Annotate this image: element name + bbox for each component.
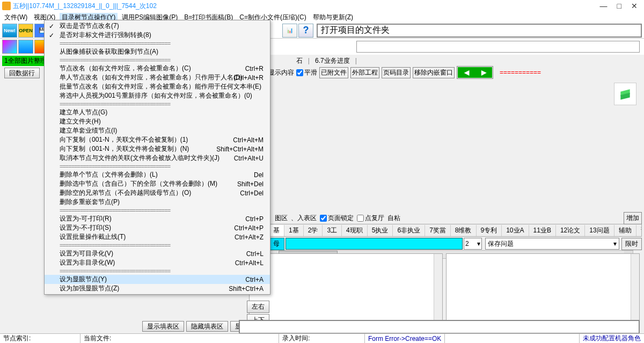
cat-tab-11[interactable]: 11业B [529,225,556,236]
mi-copy-down-file[interactable]: 向下复制（001-N，关联文件将会被复制）(N)Shift+Ctrl+Alt+M [45,144,270,154]
cat-tab-0[interactable]: 基 [269,225,284,236]
red-indicator: =========== [500,69,541,76]
cat-tab-6[interactable]: 6非执业 [393,225,425,236]
hide-fill-button[interactable]: 隐藏填表区 [186,321,228,332]
mi-delete-selected[interactable]: 删除选中节点（含自己）下的全部（文件将会删除）(M)Shift+Del [45,179,270,188]
limit-button[interactable]: 限时 [621,238,642,250]
mi-delete-empty[interactable]: 删除空的兄弟节点（不会跨越同级母节点）(O)Ctrl+Del [45,188,270,198]
opt-pages[interactable]: 页码目录 [382,67,411,78]
tab-progress[interactable]: 6.7业务进度 [313,56,352,66]
display-label: 显示内容 [268,68,294,77]
bottom-field[interactable] [239,320,640,334]
mi-create-perf[interactable]: 建立单套业绩节点(I) [45,126,270,135]
cat-tab-10[interactable]: 10业A [502,225,529,236]
lr-button[interactable]: 左右 [247,301,269,313]
cat-tab-8[interactable]: 8维教 [451,225,477,236]
mi-capture-image[interactable]: 从图像捕获设备获取图像到节点(A) [45,47,270,56]
tool-a-icon[interactable] [2,40,17,54]
show-fill-button[interactable]: 显示填表区 [142,321,184,332]
tab-all-images[interactable]: 1全部图片整理 [2,56,49,66]
category-tabs: 基 1基 2学 3工 4现职 5执业 6非执业 7奖當 8维教 9专利 10业A… [268,224,642,237]
v-scrollbar[interactable] [434,254,442,322]
close-button[interactable]: ✕ [631,2,638,10]
opt-pagelock[interactable]: 页面锁定 [320,214,354,223]
cat-tab-5[interactable]: 5执业 [368,225,393,236]
mi-delete-single[interactable]: 删除单个节点（文件将会删除）(L)Del [45,170,270,179]
mi-set-nonprint[interactable]: 设置为-不-打印(S)Ctrl+Alt+P [45,223,270,232]
chevron-down-icon: ▾ [613,240,617,247]
mi-dblclick-rename[interactable]: ✓双击是否节点改名(7) [45,21,270,31]
cyan-input-row: 母 2▾ 保存问题▾ 限时 [268,237,642,251]
pane-left[interactable] [249,253,443,322]
display-options: 显示内容 平滑 已附文件 外部工程 页码目录 移除内嵌窗口 ◀ ▶ ======… [268,66,541,79]
v-scrollbar[interactable] [631,254,639,322]
count-select[interactable]: 2▾ [464,238,482,250]
mi-highlight-node[interactable]: 设为显眼节点(Y)Ctrl+A [45,275,270,284]
mi-create-folder[interactable]: 建立文件夹(H) [45,117,270,126]
cat-tab-1[interactable]: 1基 [284,225,304,236]
mi-unlink-file[interactable]: 取消本节点与文件的关联(文件将会被放入临时文件夹)(J)Ctrl+Alt+U [45,154,270,163]
chevron-down-icon: ▾ [477,240,480,247]
cat-tab-9[interactable]: 9专利 [477,225,502,236]
mi-resort-001[interactable]: 将选中人员视为001号重新排序（如有文件对应，将会被重命名）(0) [45,91,270,100]
menu-sep: ====================================== [45,100,270,108]
cyan-label: 母 [268,238,284,250]
cat-tab-2[interactable]: 2学 [304,225,323,236]
minimize-button[interactable]: — [600,2,608,10]
title-bar: 五秒||107.74M_|_132829184_||_0_|||_7544_次1… [0,0,644,12]
new-button[interactable]: New! [2,24,17,38]
question-select[interactable]: 保存问题▾ [485,238,619,250]
mi-set-indexable[interactable]: 设置为可目录化(V)Ctrl+L [45,249,270,258]
log-field[interactable] [356,41,640,53]
cat-tab-3[interactable]: 3工 [323,225,342,236]
cat-tab-14[interactable]: 辅助 [614,225,636,236]
return-data-button[interactable]: 回数据行 [4,68,40,78]
smooth-chk[interactable]: 平滑 [296,68,317,77]
mi-rename-person[interactable]: 单人节点改名（如有文件对应，将会被重命名）只作用于人名(D)Ctrl+Alt+R [45,73,270,82]
opt-remove-embed[interactable]: 移除内嵌窗口 [413,67,455,78]
tool-b-icon[interactable] [18,40,33,54]
check-icon: ✓ [49,23,54,30]
check-icon: ✓ [49,32,54,39]
pane-right[interactable] [446,253,640,322]
help-icon[interactable]: ? [298,24,313,38]
opt-external[interactable]: 外部工程 [350,67,379,78]
menu-help[interactable]: 帮助与更新(Z) [311,13,355,22]
opt-tablearea[interactable]: 、入表区 [291,214,317,223]
opt-imgarea[interactable]: 、图区 [268,214,288,223]
status-file: 当前文件: [80,334,279,343]
status-role: 未成功配置机器角色 [579,334,644,343]
cat-tab-13[interactable]: 13问题 [585,225,614,236]
cat-tab-15[interactable]: 论文 [636,225,642,236]
mi-create-person[interactable]: 建立单人节点(G) [45,108,270,117]
cat-tab-12[interactable]: 12论文 [556,225,585,236]
next-arrow-icon[interactable]: ▶ [475,67,492,78]
lower-panel: 、图区 、入表区 页面锁定 点复厅 自粘 基 1基 2学 3工 4现职 5执业 … [268,212,642,251]
add-button[interactable]: 增加 [624,212,642,224]
maximize-button[interactable]: □ [617,2,621,10]
menu-sep: ====================================== [45,56,270,64]
opt-autopaste[interactable]: 自粘 [387,214,400,223]
mi-copy-down-nofile[interactable]: 向下复制（001-N，关联文件不会被复制）(1)Ctrl+Alt+M [45,135,270,144]
open-button[interactable]: OPEN [18,24,33,38]
mi-set-batch-line[interactable]: 设置批量操作截止线(T)Ctrl+Alt+Z [45,232,270,242]
menu-file[interactable]: 文件(W) [2,13,30,22]
mi-delete-nested[interactable]: 删除多重嵌套节点(P) [45,198,270,207]
mi-strong-highlight[interactable]: 设为加强显眼节点(Z)Shift+Ctrl+A [45,284,270,293]
tab-shi[interactable]: 石 [294,56,305,66]
mi-rename-node[interactable]: 节点改名（如有文件对应，将会被重命名）(C)Ctrl+R [45,64,270,73]
mi-force-convert[interactable]: ✓是否对非标文件进行强制转换(8) [45,31,270,40]
status-bar: 节点索引: 当前文件: 录入时间: Form Error->Create==OK… [0,333,644,343]
mi-batch-rename[interactable]: 批量节点改名（如有文件对应，将会被重命名）能作用于任何文本串(E) [45,82,270,91]
menu-sep: ====================================== [45,207,270,214]
opt-clickcopy[interactable]: 点复厅 [357,214,384,223]
cat-tab-4[interactable]: 4现职 [342,225,368,236]
chart-icon[interactable]: 📊 [282,24,297,38]
cat-tab-7[interactable]: 7奖當 [425,225,451,236]
opt-attached[interactable]: 已附文件 [319,67,348,78]
prev-arrow-icon[interactable]: ◀ [458,67,475,78]
mi-set-nonindex[interactable]: 设置为非目录化(W)Ctrl+Alt+L [45,258,270,267]
cyan-field[interactable] [286,238,463,250]
mi-set-printable[interactable]: 设置为-可-打印(R)Ctrl+P [45,214,270,223]
project-title-field[interactable]: 打开项目的文件夹 [317,24,642,38]
